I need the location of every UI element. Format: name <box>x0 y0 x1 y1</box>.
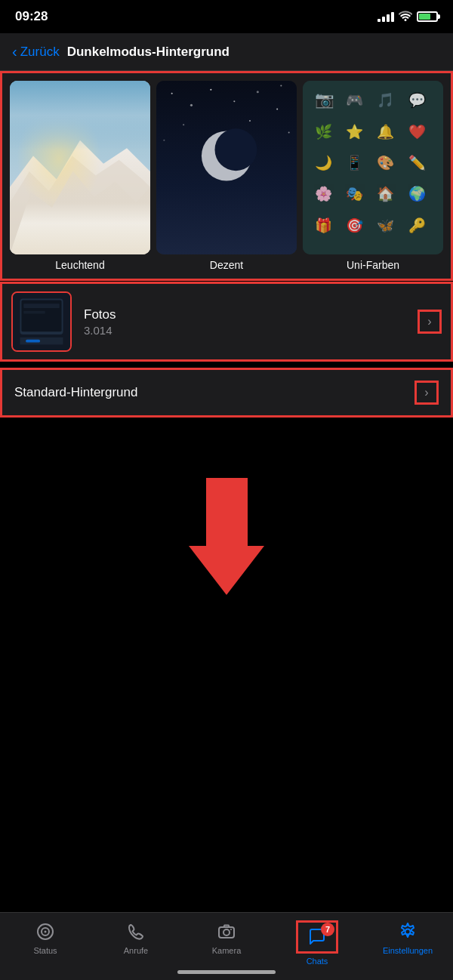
navigation-bar: ‹ Zurück Dunkelmodus-Hintergrund <box>0 33 453 71</box>
svg-text:🔔: 🔔 <box>377 123 395 140</box>
photos-row[interactable]: Fotos 3.014 › <box>0 282 453 362</box>
wallpaper-thumbnail-dezent <box>156 81 297 254</box>
svg-point-9 <box>257 91 259 93</box>
svg-rect-43 <box>23 311 45 314</box>
wallpaper-item-unifarben[interactable]: 📷 🎮 🎵 💬 🌿 ⭐ 🔔 ❤️ 🌙 📱 🎨 ✏️ 🌸 <box>303 81 443 271</box>
standard-chevron-icon[interactable]: › <box>414 381 439 405</box>
tab-status-label: Status <box>33 946 57 955</box>
svg-text:🔑: 🔑 <box>408 217 427 234</box>
back-button[interactable]: ‹ Zurück <box>12 43 60 60</box>
svg-text:🎁: 🎁 <box>315 217 333 234</box>
chats-tab-wrapper: 7 <box>296 920 338 954</box>
wallpaper-label-leuchtend: Leuchtend <box>55 259 104 271</box>
red-arrow <box>0 478 453 595</box>
wallpaper-thumbnail-unifarben: 📷 🎮 🎵 💬 🌿 ⭐ 🔔 ❤️ 🌙 📱 🎨 ✏️ 🌸 <box>303 81 443 254</box>
status-time: 09:28 <box>15 9 48 24</box>
tab-anrufe-label: Anrufe <box>124 946 148 955</box>
tab-bar: Status Anrufe Kamera <box>0 912 453 980</box>
standard-hintergrund-label: Standard-Hintergrund <box>14 385 414 400</box>
tab-einstellungen-label: Einstellungen <box>383 946 433 955</box>
svg-point-7 <box>210 89 211 91</box>
wallpaper-grid: Leuchtend <box>10 81 443 271</box>
tab-status[interactable]: Status <box>0 920 91 955</box>
svg-point-8 <box>233 100 235 102</box>
svg-rect-42 <box>23 304 60 308</box>
svg-point-50 <box>223 929 230 935</box>
svg-point-11 <box>280 85 282 86</box>
battery-icon <box>417 11 438 22</box>
photos-info: Fotos 3.014 <box>84 307 418 337</box>
svg-point-17 <box>215 128 257 171</box>
photos-title: Fotos <box>84 307 418 322</box>
home-indicator <box>177 970 276 974</box>
svg-text:🌿: 🌿 <box>315 123 333 140</box>
status-icons <box>378 11 438 23</box>
tab-anrufe[interactable]: Anrufe <box>91 920 181 955</box>
svg-text:📷: 📷 <box>315 90 334 109</box>
svg-text:🏠: 🏠 <box>377 185 395 202</box>
signal-icon <box>378 11 394 22</box>
svg-text:🌸: 🌸 <box>315 185 333 202</box>
arrow-body <box>206 478 248 546</box>
svg-point-10 <box>276 108 278 109</box>
kamera-tab-icon <box>215 920 238 943</box>
svg-text:⭐: ⭐ <box>346 123 364 140</box>
photos-thumb-inner <box>13 293 70 350</box>
svg-point-14 <box>163 140 165 141</box>
tab-kamera-label: Kamera <box>212 946 242 955</box>
wallpaper-thumbnail-leuchtend <box>10 81 150 254</box>
photos-chevron-icon[interactable]: › <box>418 310 442 334</box>
svg-point-48 <box>45 931 47 933</box>
svg-point-12 <box>183 124 184 125</box>
chats-badge: 7 <box>321 923 334 936</box>
status-bar: 09:28 <box>0 0 453 33</box>
wifi-icon <box>399 11 412 23</box>
svg-point-15 <box>288 131 290 133</box>
wallpaper-grid-section: Leuchtend <box>0 71 453 281</box>
svg-text:🎭: 🎭 <box>346 185 364 202</box>
back-chevron-icon: ‹ <box>12 43 17 60</box>
einstellungen-tab-icon <box>396 920 419 943</box>
wallpaper-label-dezent: Dezent <box>210 259 243 271</box>
status-tab-icon <box>34 920 57 943</box>
svg-point-51 <box>230 929 232 930</box>
svg-text:🎨: 🎨 <box>377 154 395 171</box>
tab-chats[interactable]: 7 Chats <box>272 920 362 966</box>
page-title: Dunkelmodus-Hintergrund <box>67 45 230 60</box>
wallpaper-item-leuchtend[interactable]: Leuchtend <box>10 81 150 271</box>
svg-text:🌍: 🌍 <box>408 185 427 202</box>
chats-tab-icon: 7 <box>306 926 328 948</box>
svg-text:🦋: 🦋 <box>377 217 395 234</box>
photos-count: 3.014 <box>84 324 418 337</box>
tab-chats-label: Chats <box>307 957 328 966</box>
svg-text:🎯: 🎯 <box>346 217 364 234</box>
standard-hintergrund-row[interactable]: Standard-Hintergrund › <box>0 368 453 418</box>
svg-point-6 <box>190 104 193 106</box>
svg-text:✏️: ✏️ <box>408 154 427 171</box>
arrow-head <box>189 546 264 595</box>
photos-thumbnail <box>11 291 72 352</box>
svg-text:🌙: 🌙 <box>315 154 333 171</box>
svg-point-13 <box>249 120 251 122</box>
tab-einstellungen[interactable]: Einstellungen <box>362 920 453 955</box>
svg-text:❤️: ❤️ <box>408 123 427 140</box>
svg-rect-3 <box>10 81 150 254</box>
anrufe-tab-icon <box>125 920 147 943</box>
wallpaper-label-unifarben: Uni-Farben <box>347 259 399 271</box>
tab-kamera[interactable]: Kamera <box>181 920 272 955</box>
back-label: Zurück <box>20 45 60 60</box>
svg-text:📱: 📱 <box>346 154 364 171</box>
svg-point-5 <box>171 93 173 94</box>
svg-text:🎵: 🎵 <box>377 91 395 109</box>
wallpaper-item-dezent[interactable]: Dezent <box>156 81 297 271</box>
svg-text:💬: 💬 <box>408 91 427 109</box>
svg-rect-45 <box>26 340 40 343</box>
svg-text:🎮: 🎮 <box>346 91 364 109</box>
